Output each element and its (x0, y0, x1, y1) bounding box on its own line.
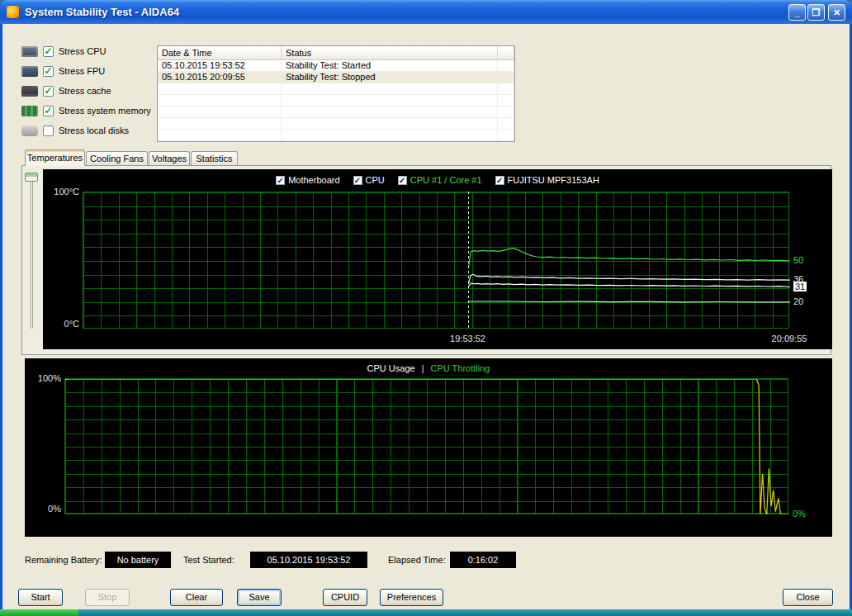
legend-label: Motherboard (288, 175, 339, 185)
column-header-datetime[interactable]: Date & Time (158, 46, 282, 60)
stop-button: Stop (85, 589, 130, 606)
legend-item-motherboard[interactable]: Motherboard (276, 175, 339, 185)
table-row-empty (158, 95, 514, 107)
disk-icon (21, 126, 38, 136)
usage-series-svg (65, 379, 789, 514)
cache-icon (21, 86, 38, 97)
preferences-button[interactable]: Preferences (380, 589, 443, 606)
series-line (469, 249, 791, 268)
cpu-usage-plot (64, 378, 788, 514)
close-window-button[interactable]: ✕ (828, 4, 845, 21)
stress-cpu-checkbox[interactable] (43, 46, 54, 57)
usage-title-separator: | (422, 363, 424, 373)
memory-icon (21, 106, 38, 116)
x-axis-label: 19:53:52 (450, 334, 485, 344)
series-line (469, 301, 791, 302)
window-title: System Stability Test - AIDA64 (25, 6, 179, 18)
column-header-spacer (498, 46, 514, 60)
elapsed-time-label: Elapsed Time: (388, 552, 446, 568)
legend-checkbox[interactable] (495, 176, 504, 185)
y-axis-max-label: 100°C (45, 187, 79, 197)
table-row-empty (158, 83, 514, 95)
stress-cache-row: Stress cache (21, 84, 111, 97)
cpu-usage-chart: CPU Usage | CPU Throttling 100% 0% 0% (25, 358, 832, 537)
footer-strip-teal (78, 609, 852, 616)
stress-memory-checkbox[interactable] (43, 106, 54, 116)
tab-temperatures[interactable]: Temperatures (25, 149, 85, 166)
log-datetime: 05.10.2015 19:53:52 (158, 60, 282, 71)
usage-title-cpu-throttling: CPU Throttling (431, 363, 490, 373)
stress-memory-row: Stress system memory (21, 104, 151, 117)
y-axis-min-label: 0% (26, 504, 61, 514)
series-current-value: 36 (793, 274, 803, 284)
usage-chart-title: CPU Usage | CPU Throttling (25, 363, 832, 373)
temperature-plot (83, 192, 789, 329)
test-start-marker (468, 192, 469, 329)
legend-item-disk[interactable]: FUJITSU MPF3153AH (495, 175, 599, 185)
table-row-empty (158, 118, 514, 130)
fpu-icon (21, 66, 38, 77)
footer-strip-green (0, 609, 78, 616)
chart-legend: Motherboard CPU CPU #1 / Core #1 FUJITSU… (43, 175, 832, 185)
legend-label: CPU (366, 175, 385, 185)
legend-checkbox[interactable] (398, 176, 407, 185)
chart-scale-slider[interactable] (31, 173, 33, 329)
test-started-label: Test Started: (183, 552, 234, 568)
log-status: Stability Test: Stopped (282, 72, 498, 83)
stress-disks-row: Stress local disks (21, 124, 129, 137)
table-header: Date & Time Status (158, 46, 514, 60)
table-row[interactable]: 05.10.2015 19:53:52 Stability Test: Star… (158, 60, 514, 72)
stress-cpu-label: Stress CPU (59, 46, 106, 56)
save-button[interactable]: Save (237, 589, 282, 606)
app-window: System Stability Test - AIDA64 _ ❐ ✕ Str… (0, 0, 852, 616)
temperature-series-svg (83, 192, 790, 329)
y-axis-max-label: 100% (26, 373, 61, 383)
table-row-empty (158, 107, 514, 118)
cpuid-button[interactable]: CPUID (323, 589, 367, 606)
restore-button[interactable]: ❐ (807, 4, 825, 21)
series-line (65, 379, 789, 514)
cpu-icon (21, 46, 38, 57)
tab-cooling-fans[interactable]: Cooling Fans (86, 151, 148, 165)
app-icon (7, 6, 19, 18)
temperature-chart: Motherboard CPU CPU #1 / Core #1 FUJITSU… (43, 169, 832, 349)
x-axis-label: 20:09:55 (772, 334, 807, 344)
table-row-empty (158, 130, 514, 141)
legend-label: CPU #1 / Core #1 (410, 175, 482, 185)
stress-cache-label: Stress cache (59, 86, 111, 96)
usage-title-cpu-usage: CPU Usage (367, 363, 415, 373)
table-row[interactable]: 05.10.2015 20:09:55 Stability Test: Stop… (158, 72, 514, 83)
clear-button[interactable]: Clear (170, 589, 223, 606)
series-current-value: 20 (793, 296, 803, 306)
chart-scale-slider-thumb[interactable] (25, 173, 38, 182)
title-bar[interactable]: System Stability Test - AIDA64 _ ❐ ✕ (0, 0, 852, 24)
stress-cpu-row: Stress CPU (21, 45, 106, 58)
legend-checkbox[interactable] (353, 176, 362, 185)
tab-voltages[interactable]: Voltages (149, 151, 190, 165)
log-datetime: 05.10.2015 20:09:55 (158, 72, 282, 83)
stress-memory-label: Stress system memory (59, 106, 151, 116)
series-current-value: 0% (793, 509, 806, 519)
y-axis-min-label: 0°C (45, 319, 79, 329)
stress-fpu-row: Stress FPU (21, 64, 105, 78)
stress-cache-checkbox[interactable] (43, 86, 54, 97)
test-log-table: Date & Time Status 05.10.2015 19:53:52 S… (157, 45, 515, 142)
start-button[interactable]: Start (18, 589, 63, 606)
elapsed-time-value: 0:16:02 (450, 552, 516, 568)
stress-disks-label: Stress local disks (59, 126, 129, 135)
minimize-button[interactable]: _ (788, 4, 806, 21)
tab-statistics[interactable]: Statistics (191, 151, 238, 165)
battery-label: Remaining Battery: (25, 552, 102, 568)
legend-checkbox[interactable] (276, 176, 285, 185)
series-line (469, 283, 791, 287)
stress-fpu-label: Stress FPU (59, 66, 105, 76)
test-started-value: 05.10.2015 19:53:52 (250, 552, 367, 568)
close-button[interactable]: Close (783, 589, 833, 606)
stress-fpu-checkbox[interactable] (43, 66, 54, 77)
column-header-status[interactable]: Status (282, 46, 498, 60)
series-line (469, 274, 791, 284)
log-status: Stability Test: Started (282, 60, 498, 71)
stress-disks-checkbox[interactable] (43, 126, 54, 136)
legend-item-core1[interactable]: CPU #1 / Core #1 (398, 175, 482, 185)
legend-item-cpu[interactable]: CPU (353, 175, 385, 185)
